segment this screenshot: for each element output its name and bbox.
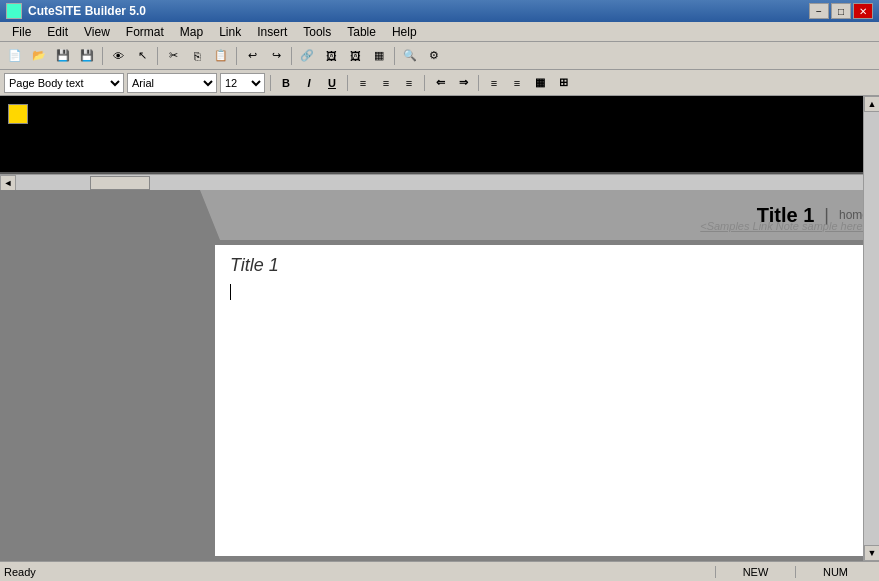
sep2	[157, 47, 158, 65]
save-all-button[interactable]: 💾	[76, 45, 98, 67]
maximize-button[interactable]: □	[831, 3, 851, 19]
status-bar: Ready NEW NUM	[0, 561, 879, 581]
nav-link[interactable]: <Samples Link Note sample here>	[700, 220, 869, 232]
indent-more-button[interactable]: ⇒	[453, 73, 473, 93]
scroll-left-button[interactable]: ◄	[0, 175, 16, 191]
copy-button[interactable]: ⎘	[186, 45, 208, 67]
status-numlock-text: NUM	[795, 566, 875, 578]
insert-table-button[interactable]: ▦	[368, 45, 390, 67]
insert-link-button[interactable]: 🔗	[296, 45, 318, 67]
sep4	[291, 47, 292, 65]
open-button[interactable]: 📂	[28, 45, 50, 67]
underline-button[interactable]: U	[322, 73, 342, 93]
menu-insert[interactable]: Insert	[249, 23, 295, 41]
undo-button[interactable]: ↩	[241, 45, 263, 67]
bold-button[interactable]: B	[276, 73, 296, 93]
page-tab	[0, 190, 220, 240]
menu-help[interactable]: Help	[384, 23, 425, 41]
cursor-button[interactable]: ↖	[131, 45, 153, 67]
insert-image-button[interactable]: 🖼	[320, 45, 342, 67]
scroll-down-button[interactable]: ▼	[864, 545, 879, 561]
component-button[interactable]: ⚙	[423, 45, 445, 67]
black-preview-area	[0, 96, 879, 174]
table-format-button[interactable]: ▦	[530, 73, 550, 93]
menu-map[interactable]: Map	[172, 23, 211, 41]
align-center-button[interactable]: ≡	[376, 73, 396, 93]
app-icon	[6, 3, 22, 19]
app-title: CuteSITE Builder 5.0	[28, 4, 146, 18]
style-select[interactable]: Page Body text	[4, 73, 124, 93]
redo-button[interactable]: ↪	[265, 45, 287, 67]
extra-format-button[interactable]: ⊞	[553, 73, 573, 93]
menu-view[interactable]: View	[76, 23, 118, 41]
scrollbar-track[interactable]	[16, 175, 863, 190]
status-ready-text: Ready	[4, 566, 715, 578]
sep5	[394, 47, 395, 65]
sep3	[236, 47, 237, 65]
minimize-button[interactable]: −	[809, 3, 829, 19]
list-ul-button[interactable]: ≡	[484, 73, 504, 93]
fmt-sep4	[478, 75, 479, 91]
paste-button[interactable]: 📋	[210, 45, 232, 67]
title-bar-controls: − □ ✕	[809, 3, 873, 19]
insert-image2-button[interactable]: 🖼	[344, 45, 366, 67]
preview-thumbnail	[8, 104, 28, 124]
font-select[interactable]: Arial	[127, 73, 217, 93]
fmt-sep2	[347, 75, 348, 91]
page-header: Title 1 | home <Samples Link Note sample…	[0, 190, 879, 240]
horizontal-scrollbar[interactable]: ◄ ►	[0, 174, 879, 190]
format-bar: Page Body text Arial 12 B I U ≡ ≡ ≡ ⇐ ⇒ …	[0, 70, 879, 96]
vertical-scrollbar[interactable]: ▲ ▼	[863, 96, 879, 561]
v-scrollbar-track[interactable]	[864, 112, 879, 545]
text-cursor-line	[230, 284, 859, 300]
align-left-button[interactable]: ≡	[353, 73, 373, 93]
menu-table[interactable]: Table	[339, 23, 384, 41]
indent-less-button[interactable]: ⇐	[430, 73, 450, 93]
cursor	[230, 284, 231, 300]
zoom-button[interactable]: 🔍	[399, 45, 421, 67]
page-preview: Title 1 | home <Samples Link Note sample…	[0, 190, 879, 561]
title-bar: CuteSITE Builder 5.0 − □ ✕	[0, 0, 879, 22]
size-select[interactable]: 12	[220, 73, 265, 93]
menu-tools[interactable]: Tools	[295, 23, 339, 41]
scroll-up-button[interactable]: ▲	[864, 96, 879, 112]
menu-format[interactable]: Format	[118, 23, 172, 41]
fmt-sep3	[424, 75, 425, 91]
sep1	[102, 47, 103, 65]
fmt-sep1	[270, 75, 271, 91]
menu-link[interactable]: Link	[211, 23, 249, 41]
scrollbar-thumb[interactable]	[90, 176, 150, 190]
content-area[interactable]: Title 1	[215, 245, 874, 556]
cut-button[interactable]: ✂	[162, 45, 184, 67]
content-title: Title 1	[230, 255, 859, 276]
preview-button[interactable]: 👁	[107, 45, 129, 67]
save-button[interactable]: 💾	[52, 45, 74, 67]
menu-bar: File Edit View Format Map Link Insert To…	[0, 22, 879, 42]
italic-button[interactable]: I	[299, 73, 319, 93]
new-button[interactable]: 📄	[4, 45, 26, 67]
close-button[interactable]: ✕	[853, 3, 873, 19]
list-ol-button[interactable]: ≡	[507, 73, 527, 93]
status-mode-text: NEW	[715, 566, 795, 578]
toolbar: 📄 📂 💾 💾 👁 ↖ ✂ ⎘ 📋 ↩ ↪ 🔗 🖼 🖼 ▦ 🔍 ⚙	[0, 42, 879, 70]
menu-file[interactable]: File	[4, 23, 39, 41]
align-right-button[interactable]: ≡	[399, 73, 419, 93]
menu-edit[interactable]: Edit	[39, 23, 76, 41]
